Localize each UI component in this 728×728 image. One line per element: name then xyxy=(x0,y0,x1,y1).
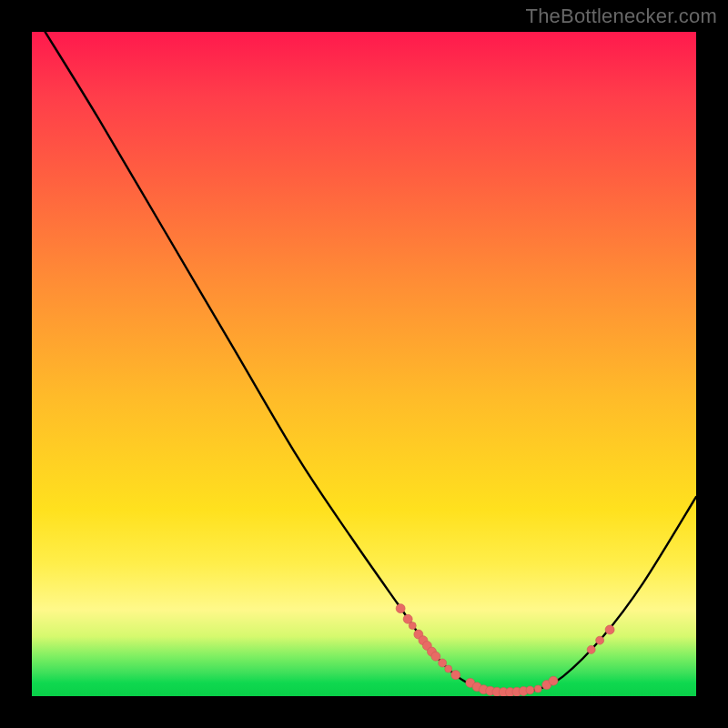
data-marker xyxy=(549,676,558,685)
data-marker xyxy=(451,671,460,680)
data-marker xyxy=(431,652,440,661)
data-marker xyxy=(526,686,534,694)
bottleneck-curve xyxy=(46,32,696,693)
chart-container: TheBottlenecker.com xyxy=(0,0,728,728)
data-marker xyxy=(534,685,541,693)
data-marker xyxy=(445,665,452,672)
data-marker xyxy=(439,659,447,667)
curve-layer xyxy=(32,32,696,696)
data-marker xyxy=(396,604,405,613)
attribution-text: TheBottlenecker.com xyxy=(526,5,717,28)
data-marker xyxy=(587,645,595,653)
data-marker xyxy=(596,636,604,644)
data-marker xyxy=(605,625,614,634)
data-marker xyxy=(409,622,416,630)
plot-area xyxy=(32,32,696,696)
